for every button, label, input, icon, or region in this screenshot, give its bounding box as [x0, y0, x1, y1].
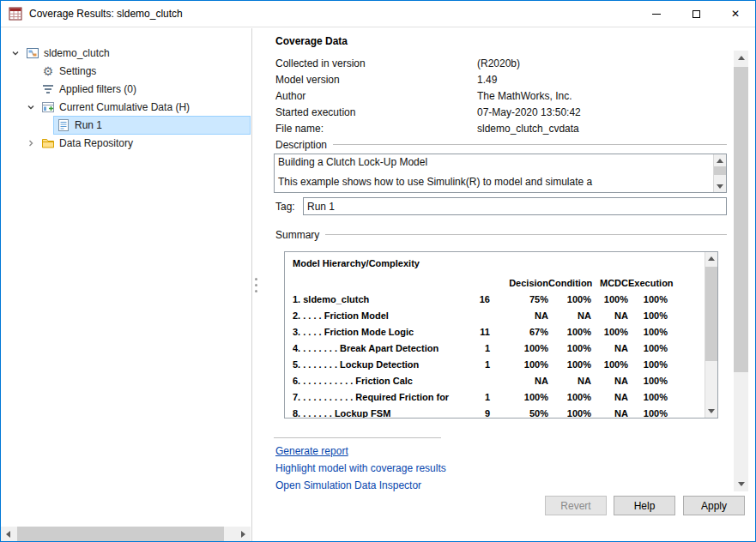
field-value: 1.49 [477, 74, 497, 86]
scroll-up-button[interactable] [714, 154, 726, 166]
title-bar: Coverage Results: sldemo_clutch ✕ [1, 1, 755, 27]
field-label: Collected in version [275, 57, 477, 69]
column-header: MCDC [591, 278, 628, 288]
tree-item-current-cumulative-data[interactable]: Current Cumulative Data (H) [1, 98, 251, 116]
selected-tree-item[interactable]: Run 1 [54, 117, 250, 134]
coverage-results-window: Coverage Results: sldemo_clutch ✕ sldemo… [0, 0, 756, 542]
field-label: File name: [275, 123, 477, 135]
maximize-icon [692, 10, 700, 18]
summary-label: Summary [275, 229, 319, 241]
field-row: Collected in version (R2020b) [275, 55, 721, 71]
description-box[interactable]: Building a Clutch Lock-Up Model This exa… [274, 154, 727, 193]
table-row[interactable]: 4. . . . . . . . Break Apart Detection 1… [285, 340, 705, 356]
maximize-button[interactable] [676, 1, 716, 27]
description-scrollbar-thumb[interactable] [714, 166, 726, 175]
description-line: This example shows how to use Simulink(R… [278, 176, 710, 189]
summary-table-content: Model Hierarchy/Complexity Decision Cond… [285, 252, 705, 418]
column-header: Decision [490, 278, 548, 288]
tree-item-label: Run 1 [75, 119, 102, 131]
tree-item-label: Applied filters (0) [59, 83, 136, 95]
run-report-icon [57, 118, 70, 132]
table-scrollbar-thumb[interactable] [705, 267, 717, 361]
scroll-down-button[interactable] [734, 477, 748, 491]
table-scrollbar[interactable] [705, 252, 717, 418]
window-title: Coverage Results: sldemo_clutch [29, 8, 183, 20]
table-header-row: Decision Condition MCDC Execution [285, 274, 705, 291]
description-group-label: Description [275, 138, 727, 151]
tree-item-label: Data Repository [59, 137, 133, 149]
tree-item-applied-filters[interactable]: Applied filters (0) [1, 80, 251, 98]
field-label: Started execution [275, 106, 477, 118]
group-divider [333, 144, 727, 145]
tree-item-settings[interactable]: ⚙ Settings [1, 62, 251, 80]
scroll-up-button[interactable] [734, 51, 748, 65]
table-row[interactable]: 1. sldemo_clutch 16 75% 100% 100% 100% [285, 291, 705, 307]
folder-icon [41, 136, 55, 150]
field-label: Model version [275, 74, 477, 86]
field-label: Author [275, 90, 477, 102]
field-row: Model version 1.49 [275, 71, 721, 87]
description-line: Building a Clutch Lock-Up Model [278, 156, 710, 169]
panel-scrollbar-thumb[interactable] [734, 67, 748, 372]
results-tree-panel: sldemo_clutch ⚙ Settings Applied filters… [1, 28, 252, 541]
panel-splitter[interactable] [253, 28, 259, 541]
minimize-button[interactable] [637, 1, 676, 27]
tree-item-label: sldemo_clutch [44, 47, 110, 59]
description-label: Description [275, 139, 327, 151]
column-header: Condition [548, 278, 591, 288]
group-divider [325, 234, 727, 235]
summary-table[interactable]: Model Hierarchy/Complexity Decision Cond… [284, 251, 718, 419]
tag-input[interactable] [303, 197, 727, 215]
description-scrollbar[interactable] [713, 154, 726, 192]
field-value: The MathWorks, Inc. [477, 90, 572, 102]
table-row[interactable]: 5. . . . . . . . Lockup Detection 1 100%… [285, 356, 705, 372]
horizontal-scrollbar-thumb[interactable] [17, 527, 224, 541]
chevron-down-icon[interactable] [8, 46, 23, 60]
minimize-icon [652, 14, 661, 15]
panel-vertical-scrollbar[interactable] [734, 51, 748, 491]
field-row: Author The MathWorks, Inc. [275, 87, 721, 104]
table-row[interactable]: 6. . . . . . . . . . . Friction Calc NA … [285, 372, 705, 388]
table-row[interactable]: 8. . . . . . . Lockup FSM 9 50% 100% NA … [285, 405, 705, 418]
field-value: (R2020b) [477, 57, 520, 69]
description-text[interactable]: Building a Clutch Lock-Up Model This exa… [275, 154, 713, 192]
tree-item-label: Settings [59, 65, 96, 77]
scroll-right-button[interactable] [236, 527, 251, 541]
scroll-right-icon [241, 531, 245, 538]
chevron-right-icon[interactable] [23, 136, 39, 150]
tree-item-label: Current Cumulative Data (H) [59, 101, 190, 113]
tree-item-sldemo-clutch[interactable]: sldemo_clutch [1, 44, 251, 62]
filter-icon [41, 82, 55, 96]
apply-button[interactable]: Apply [683, 496, 745, 515]
scroll-up-button[interactable] [705, 252, 717, 265]
results-tree: sldemo_clutch ⚙ Settings Applied filters… [1, 44, 251, 152]
tree-item-data-repository[interactable]: Data Repository [1, 134, 251, 152]
link-highlight-model[interactable]: Highlight model with coverage results [275, 462, 446, 474]
table-row[interactable]: 2. . . . . Friction Model NA NA NA 100% [285, 307, 705, 323]
scroll-down-button[interactable] [705, 405, 717, 418]
close-icon: ✕ [731, 8, 740, 20]
scroll-left-button[interactable] [1, 527, 15, 541]
link-open-sdi[interactable]: Open Simulation Data Inspector [275, 479, 421, 491]
panel-title: Coverage Data [275, 35, 348, 47]
scroll-up-icon [708, 256, 715, 261]
chevron-down-icon[interactable] [23, 100, 39, 114]
scroll-up-icon [738, 56, 745, 60]
cumulative-data-icon [41, 100, 55, 114]
close-button[interactable]: ✕ [716, 1, 755, 27]
table-row[interactable]: 3. . . . . Friction Mode Logic 11 67% 10… [285, 323, 705, 340]
link-generate-report[interactable]: Generate report [275, 445, 348, 457]
scroll-down-button[interactable] [714, 180, 726, 192]
table-row[interactable]: 7. . . . . . . . . . . Required Friction… [285, 388, 705, 405]
coverage-fields: Collected in version (R2020b) Model vers… [275, 55, 721, 136]
help-button[interactable]: Help [614, 496, 675, 515]
tree-item-run-1[interactable]: Run 1 [1, 116, 251, 134]
coverage-app-icon [9, 7, 22, 21]
column-header: Execution [628, 278, 668, 288]
revert-button[interactable]: Revert [545, 496, 607, 515]
scroll-up-icon [717, 159, 723, 163]
model-icon [26, 46, 39, 60]
scroll-down-icon [738, 482, 745, 486]
coverage-data-panel: Coverage Data Collected in version (R202… [259, 28, 755, 541]
tree-horizontal-scrollbar[interactable] [1, 527, 251, 541]
